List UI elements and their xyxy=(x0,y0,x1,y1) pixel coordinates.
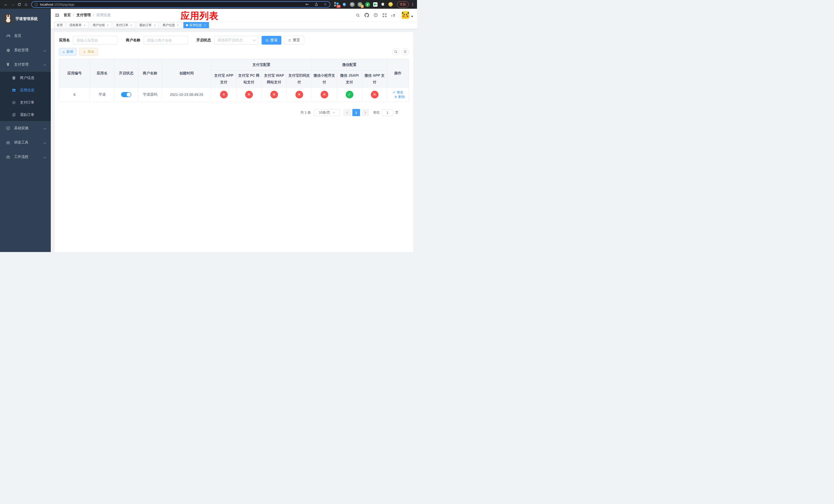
ext-recorder-icon[interactable]: 1 xyxy=(357,1,363,7)
sidebar-item-dev-tools[interactable]: 研发工具 xyxy=(0,135,51,150)
tab-close-icon[interactable] xyxy=(153,24,156,27)
reload-icon[interactable] xyxy=(16,3,23,6)
bookmark-star-icon[interactable]: ☆ xyxy=(324,2,327,7)
breadcrumb-item[interactable]: 支付管理 xyxy=(76,13,91,18)
wechat-app-status-icon xyxy=(371,91,378,98)
table-grid-icon xyxy=(12,88,16,92)
ext-badge: 10 xyxy=(336,5,341,8)
table-toolbar: + 新增 导出 xyxy=(59,48,409,55)
user-avatar-menu[interactable] xyxy=(402,11,413,19)
page-1-button[interactable]: 1 xyxy=(352,109,360,116)
gear-icon xyxy=(6,48,10,52)
app-logo[interactable]: 芋道管理系统 xyxy=(0,9,51,29)
page-size-select[interactable]: 10条/页 xyxy=(314,109,339,116)
next-page-button[interactable] xyxy=(361,109,369,116)
sidebar-item-label: 应用信息 xyxy=(20,88,35,93)
sidebar-item-home[interactable]: 首页 xyxy=(0,29,51,43)
tab-close-icon[interactable] xyxy=(176,24,179,27)
status-label: 开启状态 xyxy=(196,38,211,43)
sidebar-item-payment[interactable]: ¥ 支付管理 xyxy=(0,58,51,72)
tab-pay-orders[interactable]: 支付订单 xyxy=(113,22,135,28)
tab-close-icon[interactable] xyxy=(83,24,86,27)
top-navbar: 首页 / 支付管理 / 应用信息 应用列表 ? xyxy=(51,9,417,22)
back-icon[interactable]: ← xyxy=(3,2,9,6)
breadcrumb: 首页 / 支付管理 / 应用信息 xyxy=(64,13,111,18)
add-button[interactable]: + 新增 xyxy=(59,48,77,55)
address-bar[interactable]: i localhost:1024/pay/app ☆ xyxy=(31,1,330,8)
edit-link[interactable]: 修改 xyxy=(393,90,403,95)
sidebar-item-pay-orders[interactable]: 支付订单 xyxy=(0,96,51,109)
table-row: 6 芋道 芋道源码 2021-10-23 08:49:25 xyxy=(59,87,409,102)
status-select-placeholder: 请选择开启状态 xyxy=(218,38,243,43)
export-button[interactable]: 导出 xyxy=(79,48,98,55)
font-size-icon[interactable]: TT xyxy=(391,13,396,18)
reset-button[interactable]: 重置 xyxy=(284,36,304,45)
github-icon[interactable] xyxy=(365,13,369,18)
sidebar-item-infrastructure[interactable]: 基础设施 xyxy=(0,121,51,135)
sidebar-item-app-info[interactable]: 应用信息 xyxy=(0,84,51,96)
app-name-input[interactable] xyxy=(73,36,117,45)
ext-meet-icon[interactable] xyxy=(373,1,378,7)
refresh-button[interactable] xyxy=(402,48,409,55)
sidebar-item-label: 商户信息 xyxy=(20,76,35,80)
tab-app-info-active[interactable]: 应用信息 xyxy=(183,22,209,28)
search-button[interactable]: 搜索 xyxy=(262,36,281,45)
delete-link[interactable]: 删除 xyxy=(394,95,405,99)
url-text[interactable]: localhost:1024/pay/app xyxy=(40,3,74,6)
filter-form: 应用名 商户名称 开启状态 请选择开启状态 搜索 重置 xyxy=(59,36,409,45)
tab-home[interactable]: 首页 xyxy=(54,22,65,28)
tab-process-form[interactable]: 流程表单 xyxy=(67,22,89,28)
prev-page-button[interactable] xyxy=(344,109,351,116)
merchant-name-input[interactable] xyxy=(144,36,188,45)
page-title-overlay: 应用列表 xyxy=(180,10,219,22)
col-app-id: 应用编号 xyxy=(59,59,90,87)
fullscreen-icon[interactable] xyxy=(382,13,387,18)
sidebar-item-system[interactable]: 系统管理 xyxy=(0,43,51,58)
col-merchant: 商户名称 xyxy=(138,59,162,87)
tab-close-icon[interactable] xyxy=(130,24,133,27)
sidebar-item-refund-orders[interactable]: 退款订单 xyxy=(0,109,51,121)
ext-puzzle-icon[interactable] xyxy=(380,1,386,7)
wechat-mini-status-icon xyxy=(321,91,328,98)
password-key-icon[interactable] xyxy=(305,2,309,6)
ext-y-icon[interactable]: y xyxy=(365,1,370,7)
tags-view-bar: 首页 流程表单 用户分组 支付订单 退款订单 商户信息 应用信息 xyxy=(51,22,417,29)
status-toggle[interactable] xyxy=(121,92,131,97)
tab-merchant-info[interactable]: 商户信息 xyxy=(160,22,182,28)
status-select[interactable]: 请选择开启状态 xyxy=(214,36,259,45)
site-info-icon[interactable]: i xyxy=(35,3,38,6)
col-wechat-mini: 微信小程序支付 xyxy=(312,70,337,87)
tab-refund-orders[interactable]: 退款订单 xyxy=(137,22,159,28)
merchant-name-label: 商户名称 xyxy=(126,38,140,43)
tab-close-icon[interactable] xyxy=(106,24,110,27)
forward-icon[interactable]: → xyxy=(9,2,16,6)
col-status: 开启状态 xyxy=(114,59,138,87)
browser-menu-icon[interactable] xyxy=(411,2,414,6)
browser-update-button[interactable]: 更新 xyxy=(397,1,409,8)
shop-icon xyxy=(12,76,16,80)
toggle-search-button[interactable] xyxy=(392,48,399,55)
search-icon[interactable] xyxy=(356,13,360,18)
chevron-down-icon xyxy=(332,111,335,114)
alipay-wap-status-icon xyxy=(270,91,278,98)
sidebar-item-merchant-info[interactable]: 商户信息 xyxy=(0,72,51,84)
ext-badge: 1 xyxy=(361,5,364,8)
tab-close-icon[interactable] xyxy=(203,24,206,27)
ext-emoji-icon[interactable] xyxy=(388,1,393,7)
breadcrumb-item[interactable]: 首页 xyxy=(64,13,71,18)
ext-devtools-kit-icon[interactable]: 10 xyxy=(334,1,339,7)
goto-page-input[interactable] xyxy=(382,109,393,116)
goto-label: 前往 xyxy=(373,110,380,115)
sidebar-collapse-icon[interactable] xyxy=(54,13,60,18)
home-icon[interactable]: ⌂ xyxy=(23,2,29,6)
help-icon[interactable]: ? xyxy=(373,13,378,18)
share-icon[interactable] xyxy=(314,2,318,6)
tab-user-group[interactable]: 用户分组 xyxy=(90,22,112,28)
ext-pin-icon[interactable] xyxy=(342,1,347,7)
group-alipay-config: 支付宝配置 xyxy=(211,59,312,70)
cell-app-name: 芋道 xyxy=(90,87,114,102)
cell-app-id: 6 xyxy=(59,87,90,102)
sidebar-item-workflow[interactable]: 工作流程 xyxy=(0,150,51,164)
ext-command-icon[interactable] xyxy=(350,1,355,7)
alipay-qr-status-icon xyxy=(295,91,303,98)
